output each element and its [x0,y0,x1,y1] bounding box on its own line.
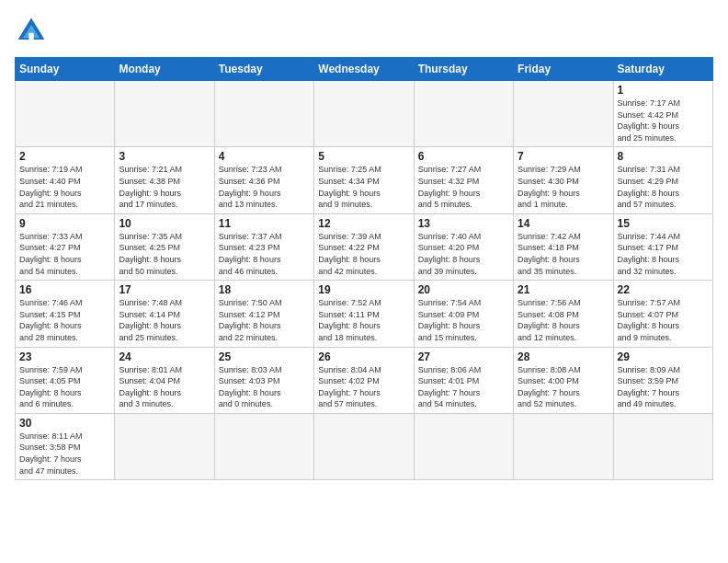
calendar-cell: 24Sunrise: 8:01 AM Sunset: 4:04 PM Dayli… [115,347,214,413]
day-info: Sunrise: 7:44 AM Sunset: 4:17 PM Dayligh… [618,231,709,277]
day-info: Sunrise: 7:54 AM Sunset: 4:09 PM Dayligh… [418,297,509,343]
day-number: 28 [518,350,609,363]
day-info: Sunrise: 7:56 AM Sunset: 4:08 PM Dayligh… [518,297,609,343]
header [15,15,713,48]
day-info: Sunrise: 7:46 AM Sunset: 4:15 PM Dayligh… [19,297,110,343]
day-number: 11 [219,217,310,230]
day-number: 26 [318,350,409,363]
day-info: Sunrise: 7:17 AM Sunset: 4:42 PM Dayligh… [618,98,709,144]
day-number: 2 [19,150,110,163]
calendar-cell [115,81,214,147]
day-info: Sunrise: 7:42 AM Sunset: 4:18 PM Dayligh… [518,231,609,277]
calendar-week-4: 16Sunrise: 7:46 AM Sunset: 4:15 PM Dayli… [16,281,713,347]
day-number: 12 [318,217,409,230]
day-number: 6 [418,150,509,163]
day-info: Sunrise: 7:19 AM Sunset: 4:40 PM Dayligh… [19,164,110,210]
calendar-cell: 1Sunrise: 7:17 AM Sunset: 4:42 PM Daylig… [613,81,712,147]
day-info: Sunrise: 7:35 AM Sunset: 4:25 PM Dayligh… [119,231,210,277]
day-number: 20 [418,283,509,296]
day-number: 21 [518,283,609,296]
calendar-week-3: 9Sunrise: 7:33 AM Sunset: 4:27 PM Daylig… [16,213,713,280]
day-number: 10 [119,217,210,230]
day-info: Sunrise: 7:39 AM Sunset: 4:22 PM Dayligh… [318,231,409,277]
calendar-cell: 28Sunrise: 8:08 AM Sunset: 4:00 PM Dayli… [514,347,613,413]
day-number: 24 [119,350,210,363]
calendar-cell: 18Sunrise: 7:50 AM Sunset: 4:12 PM Dayli… [214,281,313,347]
calendar-cell: 4Sunrise: 7:23 AM Sunset: 4:36 PM Daylig… [214,147,313,213]
calendar-week-6: 30Sunrise: 8:11 AM Sunset: 3:58 PM Dayli… [16,413,713,479]
day-number: 27 [418,350,509,363]
day-number: 7 [518,150,609,163]
day-info: Sunrise: 7:31 AM Sunset: 4:29 PM Dayligh… [618,164,709,210]
day-number: 13 [418,217,509,230]
svg-rect-2 [28,33,33,40]
day-info: Sunrise: 8:01 AM Sunset: 4:04 PM Dayligh… [119,364,210,410]
calendar-cell: 22Sunrise: 7:57 AM Sunset: 4:07 PM Dayli… [613,281,712,347]
day-number: 18 [219,283,310,296]
calendar-cell: 15Sunrise: 7:44 AM Sunset: 4:17 PM Dayli… [613,213,712,280]
day-info: Sunrise: 7:27 AM Sunset: 4:32 PM Dayligh… [418,164,509,210]
calendar-cell [414,81,513,147]
day-info: Sunrise: 8:04 AM Sunset: 4:02 PM Dayligh… [318,364,409,410]
calendar-cell [613,413,712,479]
calendar-week-1: 1Sunrise: 7:17 AM Sunset: 4:42 PM Daylig… [16,81,713,147]
calendar-cell: 21Sunrise: 7:56 AM Sunset: 4:08 PM Dayli… [514,281,613,347]
calendar-cell [314,81,414,147]
calendar-cell: 13Sunrise: 7:40 AM Sunset: 4:20 PM Dayli… [414,213,513,280]
weekday-header-monday: Monday [115,58,214,81]
calendar-cell [414,413,513,479]
day-number: 16 [19,283,110,296]
day-number: 14 [518,217,609,230]
calendar-cell: 3Sunrise: 7:21 AM Sunset: 4:38 PM Daylig… [115,147,214,213]
logo-icon [15,15,48,48]
calendar-cell [16,81,115,147]
weekday-header-thursday: Thursday [414,58,513,81]
calendar-cell [115,413,214,479]
weekday-header-tuesday: Tuesday [214,58,313,81]
day-info: Sunrise: 8:06 AM Sunset: 4:01 PM Dayligh… [418,364,509,410]
calendar-cell: 6Sunrise: 7:27 AM Sunset: 4:32 PM Daylig… [414,147,513,213]
day-info: Sunrise: 8:11 AM Sunset: 3:58 PM Dayligh… [19,431,110,477]
calendar-week-2: 2Sunrise: 7:19 AM Sunset: 4:40 PM Daylig… [16,147,713,213]
calendar-cell: 19Sunrise: 7:52 AM Sunset: 4:11 PM Dayli… [314,281,414,347]
day-number: 30 [19,417,110,430]
calendar-cell: 29Sunrise: 8:09 AM Sunset: 3:59 PM Dayli… [613,347,712,413]
calendar-cell: 11Sunrise: 7:37 AM Sunset: 4:23 PM Dayli… [214,213,313,280]
weekday-header-sunday: Sunday [16,58,115,81]
calendar-cell: 14Sunrise: 7:42 AM Sunset: 4:18 PM Dayli… [514,213,613,280]
calendar-week-5: 23Sunrise: 7:59 AM Sunset: 4:05 PM Dayli… [16,347,713,413]
day-info: Sunrise: 7:33 AM Sunset: 4:27 PM Dayligh… [19,231,110,277]
day-number: 15 [618,217,709,230]
day-info: Sunrise: 7:23 AM Sunset: 4:36 PM Dayligh… [219,164,310,210]
day-number: 19 [318,283,409,296]
weekday-header-friday: Friday [514,58,613,81]
calendar-cell: 12Sunrise: 7:39 AM Sunset: 4:22 PM Dayli… [314,213,414,280]
day-number: 23 [19,350,110,363]
day-number: 25 [219,350,310,363]
day-info: Sunrise: 7:57 AM Sunset: 4:07 PM Dayligh… [618,297,709,343]
calendar-cell: 17Sunrise: 7:48 AM Sunset: 4:14 PM Dayli… [115,281,214,347]
day-number: 4 [219,150,310,163]
day-number: 8 [618,150,709,163]
weekday-header-saturday: Saturday [613,58,712,81]
calendar-cell: 7Sunrise: 7:29 AM Sunset: 4:30 PM Daylig… [514,147,613,213]
calendar-cell: 5Sunrise: 7:25 AM Sunset: 4:34 PM Daylig… [314,147,414,213]
day-info: Sunrise: 7:37 AM Sunset: 4:23 PM Dayligh… [219,231,310,277]
day-info: Sunrise: 7:40 AM Sunset: 4:20 PM Dayligh… [418,231,509,277]
day-info: Sunrise: 8:08 AM Sunset: 4:00 PM Dayligh… [518,364,609,410]
calendar-cell: 8Sunrise: 7:31 AM Sunset: 4:29 PM Daylig… [613,147,712,213]
day-number: 1 [618,84,709,97]
calendar-table: SundayMondayTuesdayWednesdayThursdayFrid… [15,57,713,480]
calendar-cell [514,81,613,147]
day-number: 5 [318,150,409,163]
day-info: Sunrise: 7:52 AM Sunset: 4:11 PM Dayligh… [318,297,409,343]
calendar-cell: 25Sunrise: 8:03 AM Sunset: 4:03 PM Dayli… [214,347,313,413]
calendar-cell: 23Sunrise: 7:59 AM Sunset: 4:05 PM Dayli… [16,347,115,413]
calendar-cell [514,413,613,479]
day-info: Sunrise: 7:29 AM Sunset: 4:30 PM Dayligh… [518,164,609,210]
day-info: Sunrise: 7:50 AM Sunset: 4:12 PM Dayligh… [219,297,310,343]
day-info: Sunrise: 7:21 AM Sunset: 4:38 PM Dayligh… [119,164,210,210]
calendar-cell [214,413,313,479]
day-number: 17 [119,283,210,296]
day-info: Sunrise: 8:03 AM Sunset: 4:03 PM Dayligh… [219,364,310,410]
